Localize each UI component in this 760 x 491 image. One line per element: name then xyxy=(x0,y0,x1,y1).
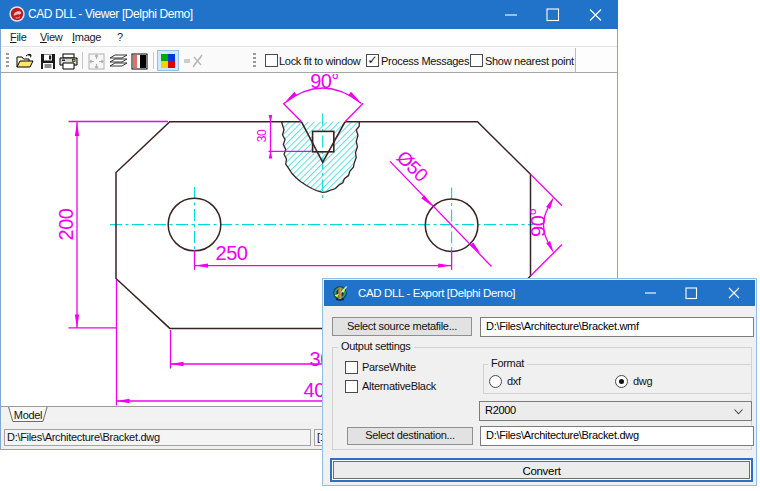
svg-text:90°: 90° xyxy=(310,74,339,92)
svg-text:250: 250 xyxy=(216,242,248,264)
svg-text:Model: Model xyxy=(14,409,42,421)
svg-text:200: 200 xyxy=(55,208,77,240)
svg-text:Ø50: Ø50 xyxy=(393,146,432,185)
svg-text:30: 30 xyxy=(255,129,269,142)
svg-text:90°: 90° xyxy=(527,208,549,237)
